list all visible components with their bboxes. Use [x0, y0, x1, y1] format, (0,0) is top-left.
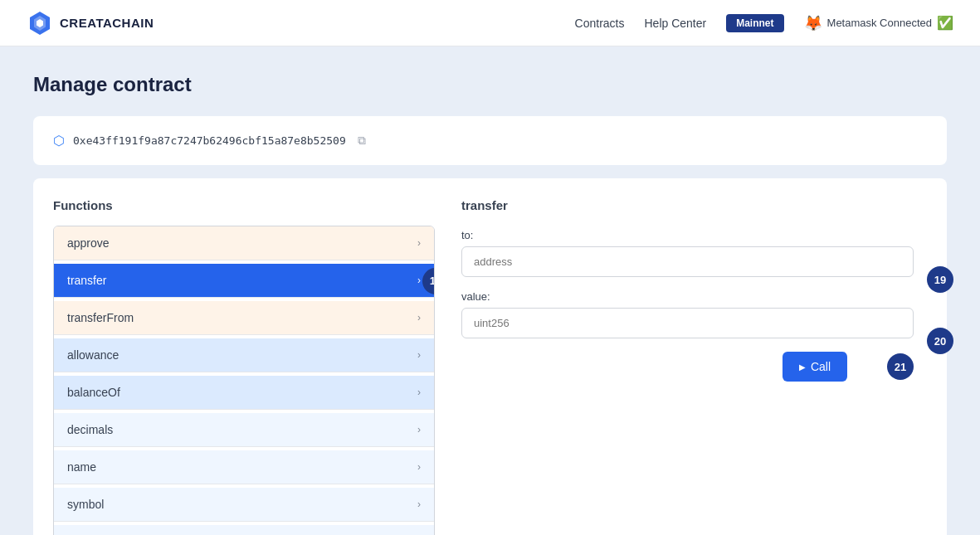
help-center-link[interactable]: Help Center — [645, 17, 707, 30]
chevron-right-icon: › — [417, 237, 421, 249]
function-label-transferfrom: transferFrom — [67, 311, 134, 324]
function-item-symbol[interactable]: symbol › — [54, 488, 434, 522]
chevron-right-icon-transferfrom: › — [417, 312, 421, 323]
step-badge-21: 21 — [887, 353, 914, 380]
to-input[interactable] — [461, 246, 914, 277]
to-label: to: — [461, 229, 914, 241]
step-badge-20: 20 — [927, 328, 953, 354]
contracts-link[interactable]: Contracts — [575, 17, 625, 30]
chevron-right-icon-transfer: › — [417, 275, 421, 286]
chevron-right-icon-balanceof: › — [417, 387, 421, 398]
contract-icon: ⬡ — [53, 133, 65, 148]
play-icon: ▶ — [799, 362, 806, 372]
function-item-allowance[interactable]: allowance › — [54, 338, 434, 372]
chevron-right-icon-decimals: › — [417, 424, 421, 435]
logo[interactable]: CREATACHAIN — [27, 10, 154, 36]
call-button-label: Call — [811, 360, 831, 373]
function-item-transfer[interactable]: transfer › — [54, 264, 434, 298]
main-content: Manage contract ⬡ 0xe43ff191f9a87c7247b6… — [0, 46, 980, 535]
functions-list: approve › transfer › 18 transferFrom › — [53, 226, 435, 535]
call-row: ▶ Call 21 — [461, 352, 914, 382]
value-field-group: value: 20 — [461, 290, 914, 338]
function-item-decimals[interactable]: decimals › — [54, 413, 434, 447]
function-label-decimals: decimals — [67, 423, 113, 436]
function-item-name[interactable]: name › — [54, 450, 434, 484]
function-label-balanceof: balanceOf — [67, 386, 120, 399]
function-item-totalsupply[interactable]: totalSupply › — [54, 525, 434, 535]
mainnet-badge[interactable]: Mainnet — [726, 14, 783, 32]
step-badge-19: 19 — [927, 266, 953, 293]
function-label-allowance: allowance — [67, 348, 119, 362]
function-label-transfer: transfer — [67, 274, 106, 287]
function-label-approve: approve — [67, 236, 110, 250]
check-icon: ✅ — [937, 15, 953, 31]
to-field-group: to: 19 — [461, 229, 914, 277]
transfer-panel: transfer to: 19 value: 20 ▶ Call 21 — [448, 198, 927, 535]
function-item-transferfrom[interactable]: transferFrom › — [54, 301, 434, 335]
contract-address: 0xe43ff191f9a87c7247b62496cbf15a87e8b525… — [73, 134, 346, 147]
chevron-right-icon-allowance: › — [417, 349, 421, 361]
metamask-fox-icon: 🦊 — [804, 14, 822, 32]
chevron-right-icon-name: › — [417, 461, 421, 473]
functions-panel: Functions approve › transfer › 18 — [53, 198, 435, 535]
value-input[interactable] — [461, 308, 914, 338]
contract-card: ⬡ 0xe43ff191f9a87c7247b62496cbf15a87e8b5… — [33, 116, 947, 165]
functions-title: Functions — [53, 198, 435, 212]
header-nav: Contracts Help Center Mainnet 🦊 Metamask… — [575, 14, 953, 32]
metamask-label: Metamask Connected — [827, 17, 932, 29]
logo-icon — [27, 10, 53, 36]
chevron-right-icon-symbol: › — [417, 499, 421, 510]
metamask-status: 🦊 Metamask Connected ✅ — [804, 14, 953, 32]
header: CREATACHAIN Contracts Help Center Mainne… — [0, 0, 980, 46]
function-item-approve[interactable]: approve › — [54, 226, 434, 260]
content-grid: Functions approve › transfer › 18 — [33, 178, 947, 535]
transfer-title: transfer — [461, 198, 914, 212]
function-label-symbol: symbol — [67, 498, 104, 511]
page-title: Manage contract — [33, 73, 947, 96]
function-item-balanceof[interactable]: balanceOf › — [54, 376, 434, 410]
copy-icon[interactable]: ⧉ — [358, 134, 366, 148]
value-label: value: — [461, 290, 914, 303]
logo-text: CREATACHAIN — [60, 16, 154, 30]
call-button[interactable]: ▶ Call — [783, 352, 847, 382]
function-label-name: name — [67, 460, 96, 474]
function-item-transfer-wrapper: transfer › 18 — [54, 264, 434, 298]
